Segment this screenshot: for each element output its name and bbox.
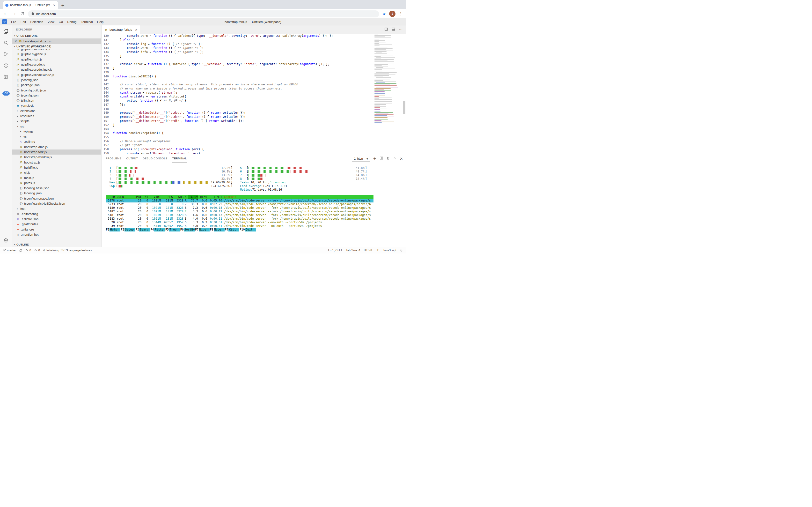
git-branch-status[interactable]: master [3,248,16,252]
tree-item-cli.js[interactable]: JScli.js [12,170,101,175]
menu-debug[interactable]: Debug [65,20,78,24]
extensions-icon[interactable] [3,74,9,80]
tree-item-tsconfig.strictNullChecks.json[interactable]: {}tsconfig.strictNullChecks.json [12,201,101,206]
tree-item-tsconfig.build.json[interactable]: {}tsconfig.build.json [12,88,101,93]
search-icon[interactable] [3,40,9,46]
browser-tab[interactable]: bootstrap-fork.js — Untitled (W × [3,1,58,9]
tree-item-typings[interactable]: ▸typings [12,129,101,134]
tree-item-src[interactable]: ▾src [12,124,101,129]
menu-file[interactable]: File [9,20,18,24]
menu-go[interactable]: Go [57,20,65,24]
tree-item-tsconfig.json[interactable]: {}tsconfig.json [12,190,101,196]
tree-item-tsconfig.base.json[interactable]: {}tsconfig.base.json [12,185,101,190]
tree-item-bootstrap-amd.js[interactable]: JSbootstrap-amd.js [12,145,101,150]
workspace-header[interactable]: ▾ UNTITLED (WORKSPACE) [12,44,101,49]
back-button[interactable]: ← [3,12,8,16]
menu-edit[interactable]: Edit [18,20,28,24]
tree-item-main.js[interactable]: JSmain.js [12,175,101,180]
terminal-output[interactable]: 1[17.8%]5[41.8%]2[16.1%]6[48.7%]3[13.8%]… [102,163,406,247]
tree-item-gulpfile.vscode.js[interactable]: JSgulpfile.vscode.js [12,62,101,67]
tree-item-bootstrap-fork.js[interactable]: JSbootstrap-fork.js [12,150,101,155]
tree-item-yarn.lock[interactable]: ●yarn.lock [12,103,101,108]
source-control-icon[interactable] [3,51,9,57]
split-editor-icon[interactable] [384,27,388,32]
editor-scrollbar[interactable] [402,34,406,154]
new-terminal-icon[interactable]: + [373,156,376,161]
tree-item-scripts[interactable]: ▸scripts [12,118,101,124]
minimap[interactable] [374,35,402,123]
close-panel-icon[interactable]: × [400,156,403,161]
url-bar[interactable]: ide.coder.com [28,10,379,17]
tree-item-gulpfile.mixin.js[interactable]: JSgulpfile.mixin.js [12,57,101,62]
tree-item-gulpfile.hygiene.js[interactable]: JSgulpfile.hygiene.js [12,52,101,57]
new-tab-button[interactable]: + [59,2,66,8]
tab-close-icon[interactable]: × [53,3,56,7]
tree-item-resources[interactable]: ▸resources [12,113,101,118]
code-editor[interactable]: 130 console.warn = function () { safeSen… [102,34,406,154]
cursor-position[interactable]: Ln 1, Col 1 [328,249,342,252]
error-count[interactable]: 0 [25,248,31,252]
tree-item-tsconfig.monaco.json[interactable]: {}tsconfig.monaco.json [12,196,101,201]
explorer-icon[interactable] [3,28,9,35]
encoding[interactable]: UTF-8 [364,249,372,252]
panel-tab-problems[interactable]: PROBLEMS [106,154,121,163]
tree-item-.gitignore[interactable]: ◆.gitignore [12,227,101,232]
indentation[interactable]: Tab Size: 4 [346,249,360,252]
close-editor-icon[interactable]: × [14,40,17,43]
open-editors-header[interactable]: ▾ OPEN EDITORS [12,33,101,39]
tree-item-package.json[interactable]: {}package.json [12,82,101,88]
language-status-message: ⚙ Initializing JS/TS language features [43,249,92,252]
warning-count[interactable]: 0 [34,248,40,252]
fkey-help: F1Help [106,228,120,231]
tree-item-.mention-bot[interactable]: ▯.mention-bot [12,232,101,237]
scrollbar-thumb[interactable] [403,101,405,114]
bell-icon[interactable] [400,248,403,252]
forward-button[interactable]: → [12,12,16,16]
tree-item-test[interactable]: ▸test [12,206,101,211]
language-mode[interactable]: JavaScript [383,249,396,252]
tree-item-.editorconfig[interactable]: ⚙.editorconfig [12,211,101,217]
tree-item-.eslintrc.json[interactable]: ⊙.eslintrc.json [12,217,101,222]
browser-menu-icon[interactable]: ⋮ [399,12,402,16]
tree-item-bootstrap-window.js[interactable]: JSbootstrap-window.js [12,155,101,160]
profile-avatar[interactable]: J [389,11,395,17]
outline-header[interactable]: ▸ OUTLINE [12,242,101,247]
bookmark-star-icon[interactable]: ★ [382,12,386,16]
panel-tab-output[interactable]: OUTPUT [126,154,138,163]
kill-terminal-icon[interactable] [386,156,390,161]
sync-icon[interactable] [19,249,22,252]
tree-item-gulpfile.extensions.js[interactable]: JSgulpfile.extensions.js [12,49,101,52]
more-actions-icon[interactable]: ⋯ [399,27,402,32]
tree-item-gulpfile.vscode.linux.js[interactable]: JSgulpfile.vscode.linux.js [12,67,101,72]
tree-item-tslint.json[interactable]: {}tslint.json [12,98,101,103]
tree-item-buildfile.js[interactable]: JSbuildfile.js [12,165,101,170]
menu-selection[interactable]: Selection [28,20,45,24]
eol[interactable]: LF [376,249,379,252]
close-tab-icon[interactable]: × [135,28,137,32]
split-terminal-icon[interactable] [380,156,383,161]
tree-item-.gitattributes[interactable]: ◆.gitattributes [12,222,101,227]
menu-terminal[interactable]: Terminal [78,20,95,24]
menu-view[interactable]: View [46,20,57,24]
open-editor-item[interactable]: × JS bootstrap-fork.js src [12,39,101,44]
editor-tab[interactable]: JS bootstrap-fork.js × [102,25,140,34]
process-row: 5181root2001021M181M3328S4.60.60:00.13/d… [106,213,373,217]
maximize-panel-icon[interactable] [393,156,397,161]
debug-icon[interactable] [3,62,9,69]
panel-tab-debug-console[interactable]: DEBUG CONSOLE [143,154,167,163]
reload-button[interactable] [20,12,25,16]
tree-item-tsconfig.json[interactable]: {}tsconfig.json [12,93,101,98]
collaboration-off-badge[interactable]: Off [2,92,9,96]
tree-item-.eslintrc[interactable]: ⊙.eslintrc [12,139,101,144]
menu-help[interactable]: Help [95,20,106,24]
tree-item-extensions[interactable]: ▸extensions [12,108,101,113]
tree-item-vs[interactable]: ▸vs [12,134,101,139]
panel-tab-terminal[interactable]: TERMINAL [172,154,187,163]
tree-item-jsconfig.json[interactable]: {}jsconfig.json [12,77,101,82]
terminal-picker[interactable]: 1: htop ▾ [352,156,370,162]
tree-item-bootstrap.js[interactable]: JSbootstrap.js [12,160,101,165]
settings-gear-icon[interactable] [3,237,9,243]
tree-item-gulpfile.vscode.win32.js[interactable]: JSgulpfile.vscode.win32.js [12,72,101,77]
toggle-layout-icon[interactable] [392,27,395,32]
tree-item-paths.js[interactable]: JSpaths.js [12,180,101,185]
